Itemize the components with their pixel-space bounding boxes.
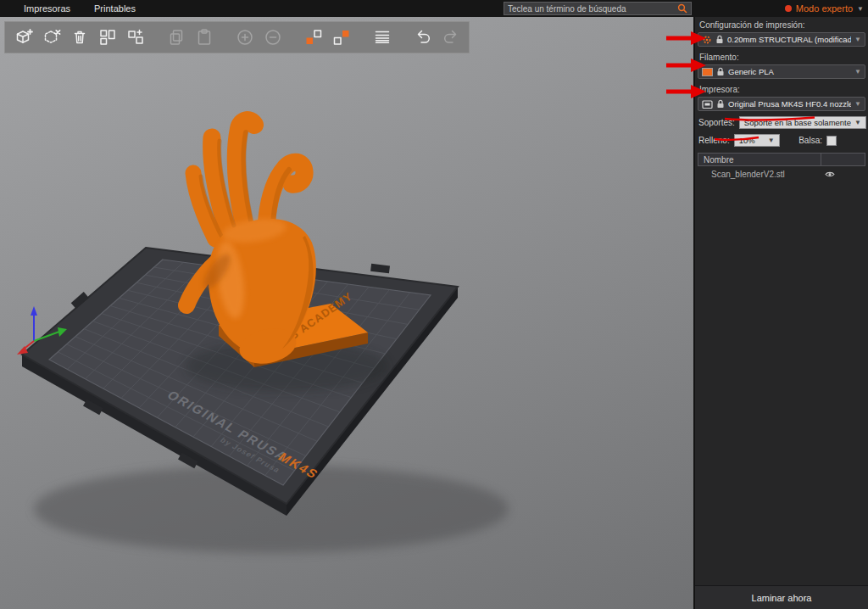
menu-printables[interactable]: Printables — [82, 0, 147, 17]
slice-now-label: Laminar ahora — [752, 593, 812, 603]
redo-arrow-icon — [441, 27, 461, 47]
print-settings-label: Configuración de impresión: — [695, 17, 868, 31]
settings-panel: Configuración de impresión: 0.20mm STRUC… — [693, 17, 868, 609]
bed-tab — [370, 264, 390, 274]
redo-button[interactable] — [439, 26, 462, 49]
arrange-plus-icon — [125, 27, 146, 47]
chevron-down-icon: ▼ — [854, 36, 861, 43]
paste-icon — [194, 27, 214, 47]
cube-remove-icon — [42, 27, 62, 47]
lock-icon — [716, 99, 725, 109]
mode-label: Modo experto — [796, 3, 853, 14]
add-model-button[interactable] — [12, 26, 35, 49]
column-header-name: Nombre — [698, 153, 821, 166]
arrange-button[interactable] — [96, 26, 119, 49]
objects-table-header: Nombre — [698, 153, 865, 166]
slice-now-button[interactable]: Laminar ahora — [695, 585, 868, 609]
chevron-down-icon: ▼ — [854, 100, 861, 108]
split-parts-icon — [331, 27, 352, 47]
fill-bed-button[interactable] — [124, 26, 147, 49]
column-header-extra — [821, 153, 865, 166]
trash-icon — [70, 27, 90, 47]
infill-combo[interactable]: 10% ▼ — [734, 134, 780, 147]
supports-label: Soportes: — [698, 118, 735, 127]
minus-circle-icon — [263, 27, 283, 47]
print-settings-combo[interactable]: 0.20mm STRUCTURAL (modificado) ▼ — [698, 32, 865, 47]
chevron-down-icon: ▼ — [857, 5, 864, 13]
plus-circle-icon — [235, 27, 255, 47]
add-instance-button[interactable] — [233, 26, 256, 49]
infill-value: 10% — [739, 136, 765, 145]
search-input[interactable] — [508, 4, 677, 14]
filament-value: Generic PLA — [728, 67, 851, 76]
chevron-down-icon: ▼ — [854, 68, 861, 75]
object-toolbar — [4, 21, 470, 53]
undo-button[interactable] — [411, 26, 434, 49]
undo-arrow-icon — [413, 27, 433, 47]
infill-row: Relleno: 10% ▼ Balsa: — [695, 134, 868, 147]
eye-icon[interactable] — [825, 170, 835, 178]
menubar: Impresoras Printables Modo experto ▼ — [0, 0, 868, 17]
3d-viewport[interactable]: ORIGINAL PRUSA MK4S by Josef Prusa — [0, 17, 693, 609]
copy-icon — [166, 27, 186, 47]
chevron-down-icon: ▼ — [768, 137, 775, 144]
remove-instance-button[interactable] — [261, 26, 284, 49]
delete-all-button[interactable] — [68, 26, 91, 49]
filament-combo[interactable]: Generic PLA ▼ — [698, 64, 865, 79]
supports-row: Soportes: Soporte en la base solamente ▼ — [695, 116, 868, 129]
supports-value: Soporte en la base solamente — [744, 118, 851, 127]
delete-model-button[interactable] — [40, 26, 63, 49]
supports-combo[interactable]: Soporte en la base solamente ▼ — [739, 116, 866, 129]
printer-combo[interactable]: Original Prusa MK4S HF0.4 nozzle ▼ — [698, 97, 865, 111]
printer-value: Original Prusa MK4S HF0.4 nozzle — [728, 99, 851, 109]
split-to-objects-button[interactable] — [302, 26, 325, 49]
3d-scene[interactable]: ORIGINAL PRUSA MK4S by Josef Prusa — [0, 17, 693, 609]
copy-button[interactable] — [164, 26, 187, 49]
filament-label: Filamento: — [695, 49, 868, 64]
filament-color-swatch — [702, 68, 713, 76]
lock-icon — [716, 67, 725, 76]
prusaslicer-window: ORIGINAL PRUSA MK4S by Josef Prusa — [0, 0, 868, 609]
infill-label: Relleno: — [698, 136, 730, 145]
printer-icon — [702, 99, 713, 109]
printer-label: Impresora: — [695, 81, 868, 96]
paste-button[interactable] — [192, 26, 215, 49]
variable-layer-height-button[interactable] — [370, 26, 393, 49]
print-settings-value: 0.20mm STRUCTURAL (modificado) — [727, 35, 851, 44]
search-box[interactable] — [504, 2, 692, 15]
layers-icon — [372, 27, 392, 47]
menu-impresoras[interactable]: Impresoras — [12, 0, 82, 17]
raft-label: Balsa: — [798, 136, 822, 145]
object-name: Scan_blenderV2.stl — [711, 170, 825, 179]
split-to-parts-button[interactable] — [330, 26, 353, 49]
cube-plus-icon — [14, 27, 34, 47]
expert-mode-icon — [785, 5, 792, 12]
gear-icon — [702, 35, 712, 45]
raft-checkbox[interactable] — [826, 136, 837, 146]
chevron-down-icon: ▼ — [854, 119, 861, 126]
lock-icon — [715, 35, 724, 44]
arrange-icon — [97, 27, 118, 47]
mode-selector[interactable]: Modo experto ▼ — [785, 0, 864, 17]
objects-table: Nombre Scan_blenderV2.stl — [698, 153, 865, 180]
search-icon — [677, 3, 687, 14]
split-objects-icon — [303, 27, 324, 47]
object-row[interactable]: Scan_blenderV2.stl — [698, 166, 865, 180]
